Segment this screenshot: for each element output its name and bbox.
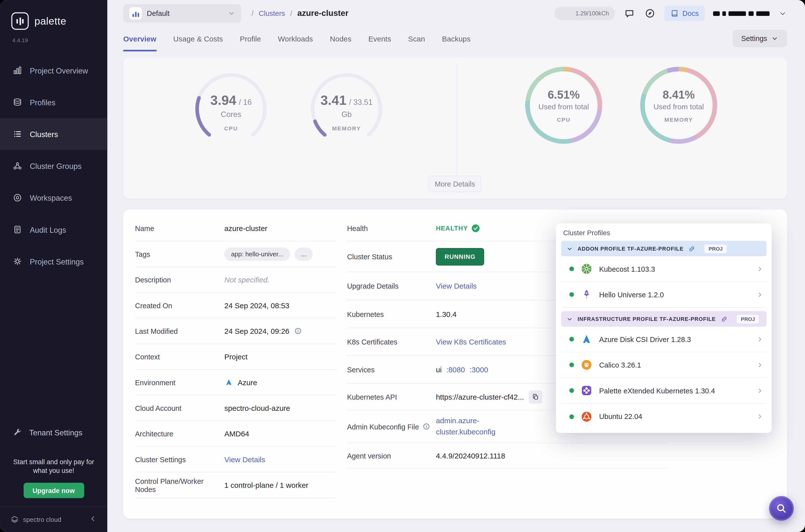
upgrade-now-button[interactable]: Upgrade now <box>23 483 84 498</box>
breadcrumb: / Clusters / azure-cluster <box>251 9 348 18</box>
cluster-profiles-title: Cluster Profiles <box>561 228 767 241</box>
chevron-right-icon <box>756 265 764 272</box>
tab-workloads[interactable]: Workloads <box>278 27 313 52</box>
sidebar-item-profiles[interactable]: Profiles <box>0 86 107 118</box>
info-icon[interactable] <box>423 423 430 431</box>
addon-profile-header[interactable]: ADDON PROFILE TF-AZURE-PROFILE PROJ <box>561 241 767 256</box>
description-value: Not specified. <box>225 276 337 284</box>
topbar-actions: 1.29/100kCh Docs <box>554 6 787 21</box>
settings-label: Settings <box>741 35 767 43</box>
cpu-usage-caption: Used from total <box>539 102 589 111</box>
chevron-down-icon <box>771 35 779 42</box>
profile-pack-row-calico[interactable]: Calico 3.26.1 <box>561 352 767 378</box>
detail-row-cluster-settings: Cluster Settings View Details <box>135 447 336 472</box>
sidebar-nav: Project Overview Profiles Clusters Clust… <box>0 54 107 277</box>
settings-button[interactable]: Settings <box>732 30 787 47</box>
sidebar-item-audit-logs[interactable]: Audit Logs <box>0 214 107 245</box>
chevron-down-icon <box>228 10 235 17</box>
pack-status-dot <box>569 388 574 393</box>
kubernetes-api-url: https://azure-cluster-cf42... <box>436 393 524 401</box>
tab-backups[interactable]: Backups <box>442 27 471 52</box>
infrastructure-profile-name: INFRASTRUCTURE PROFILE TF-AZURE-PROFILE <box>578 316 716 322</box>
tab-events[interactable]: Events <box>368 27 391 52</box>
environment-value: Azure <box>237 378 257 386</box>
sidebar-item-label: Audit Logs <box>30 225 66 234</box>
detail-row-agent-version: Agent version 4.4.9/20240912.1118 <box>347 443 667 469</box>
cluster-tabs: Overview Usage & Costs Profile Workloads… <box>107 27 805 52</box>
metrics-divider <box>456 62 457 193</box>
service-name: ui <box>436 365 441 374</box>
service-port-3000-link[interactable]: :3000 <box>469 365 488 374</box>
upgrade-view-details-link[interactable]: View Details <box>436 282 477 290</box>
compass-icon <box>645 8 655 18</box>
app-version: 4.4.19 <box>0 30 107 43</box>
tab-usage-costs[interactable]: Usage & Costs <box>173 27 223 52</box>
chat-icon <box>624 8 634 18</box>
sidebar-item-clusters[interactable]: Clusters <box>0 118 107 150</box>
tags-more-pill[interactable]: ... <box>295 247 312 261</box>
sidebar-item-project-overview[interactable]: Project Overview <box>0 54 107 86</box>
detail-row-context: Context Project <box>135 344 336 369</box>
copy-button[interactable] <box>529 390 542 403</box>
control-plane-value: 1 control-plane / 1 worker <box>225 481 337 489</box>
profile-pack-row-kubecost[interactable]: Kubecost 1.103.3 <box>561 256 767 282</box>
view-k8s-certificates-link[interactable]: View K8s Certificates <box>436 338 506 346</box>
breadcrumb-current: azure-cluster <box>297 9 348 18</box>
tab-nodes[interactable]: Nodes <box>330 27 351 52</box>
user-menu-chevron-button[interactable] <box>778 8 787 18</box>
sidebar-item-tenant-settings[interactable]: Tenant Settings <box>0 421 107 444</box>
breadcrumb-clusters-link[interactable]: Clusters <box>259 9 285 17</box>
tab-overview[interactable]: Overview <box>123 27 156 52</box>
chevron-right-icon <box>756 361 764 368</box>
sidebar-item-label: Profiles <box>30 98 55 107</box>
promo-text: Start small and only pay for what you us… <box>9 457 98 476</box>
agent-version-value: 4.4.9/20240912.1118 <box>436 452 667 460</box>
tools-icon <box>13 428 22 437</box>
spectro-cloud-brand: spectro cloud <box>10 515 88 524</box>
search-fab-button[interactable] <box>769 496 793 520</box>
more-details-button[interactable]: More Details <box>428 176 481 192</box>
cluster-settings-view-details-link[interactable]: View Details <box>225 455 265 463</box>
docs-button[interactable]: Docs <box>665 6 705 21</box>
chat-button[interactable] <box>623 7 636 20</box>
infrastructure-profile-header[interactable]: INFRASTRUCTURE PROFILE TF-AZURE-PROFILE … <box>561 311 767 327</box>
sidebar-collapse-button[interactable] <box>88 514 98 526</box>
detail-row-control-plane: Control Plane/Worker Nodes 1 control-pla… <box>135 472 336 498</box>
service-port-8080-link[interactable]: :8080 <box>446 365 465 374</box>
profile-pack-row-azure-disk-csi[interactable]: Azure Disk CSI Driver 1.28.3 <box>561 327 767 352</box>
compass-button[interactable] <box>644 7 656 20</box>
project-overview-icon <box>13 66 22 75</box>
project-selector[interactable]: Default <box>123 4 241 23</box>
memory-usage-donut: 8.41% Used from total MEMORY <box>640 67 717 144</box>
cpu-gauge-label: CPU <box>224 125 238 131</box>
sidebar-item-label: Clusters <box>30 130 58 138</box>
book-icon <box>670 9 678 17</box>
profile-pack-row-hello-universe[interactable]: Hello Universe 1.2.0 <box>561 282 767 307</box>
chevron-down-icon <box>779 10 787 17</box>
memory-gauge: 3.41 / 33.51 Gb MEMORY <box>304 67 389 151</box>
sidebar-item-workspaces[interactable]: Workspaces <box>0 182 107 214</box>
chevron-down-icon <box>567 245 573 252</box>
azure-icon <box>580 333 592 345</box>
check-circle-icon <box>472 224 480 232</box>
sidebar: palette 4.4.19 Project Overview Profiles… <box>0 0 107 532</box>
tab-profile[interactable]: Profile <box>240 27 261 52</box>
usage-pill: 1.29/100kCh <box>554 7 615 20</box>
profile-pack-row-palette-extended-kubernetes[interactable]: Palette eXtended Kubernetes 1.30.4 <box>561 378 767 404</box>
admin-kubeconfig-link[interactable]: admin.azure- cluster.kubeconfig <box>436 416 495 437</box>
info-icon[interactable] <box>294 327 302 335</box>
cpu-donut-label: CPU <box>557 116 571 122</box>
proj-badge: PROJ <box>737 315 759 323</box>
azure-logo-icon <box>225 378 233 387</box>
addon-profile-name: ADDON PROFILE TF-AZURE-PROFILE <box>578 245 684 252</box>
sidebar-item-cluster-groups[interactable]: Cluster Groups <box>0 150 107 182</box>
tab-scan[interactable]: Scan <box>408 27 425 52</box>
user-menu-redacted[interactable] <box>713 11 769 16</box>
pxk-icon <box>580 385 592 397</box>
memory-unit: Gb <box>341 110 351 118</box>
gear-icon <box>13 257 22 266</box>
sidebar-item-project-settings[interactable]: Project Settings <box>0 245 107 277</box>
link-icon <box>720 315 728 323</box>
sidebar-item-label: Workspaces <box>30 193 72 202</box>
profile-pack-row-ubuntu[interactable]: Ubuntu 22.04 <box>561 404 767 429</box>
